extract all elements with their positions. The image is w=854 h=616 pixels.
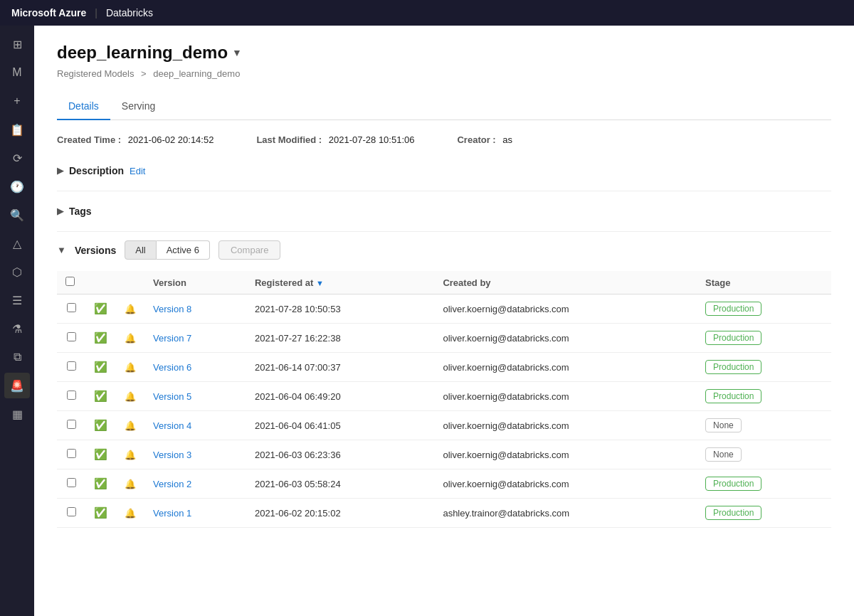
notebook-icon[interactable]: 📋	[4, 117, 30, 142]
bell-icon[interactable]: 🔔	[125, 479, 136, 489]
modified-label: Last Modified :	[256, 134, 322, 145]
stack-icon[interactable]: ⧉	[4, 344, 30, 370]
bell-icon-7[interactable]: 🔔	[116, 499, 144, 528]
description-label: Description	[69, 165, 124, 176]
created-label: Created Time :	[57, 134, 121, 145]
bell-icon[interactable]: 🔔	[125, 304, 136, 314]
filter-all-btn[interactable]: All	[125, 240, 156, 260]
model-icon[interactable]: M	[4, 60, 30, 85]
tags-label: Tags	[69, 206, 92, 217]
row-checkbox-5[interactable]	[67, 449, 76, 458]
version-link-4[interactable]: Version 4	[153, 420, 191, 431]
bell-icon[interactable]: 🔔	[125, 362, 136, 373]
versions-toggle[interactable]: ▼	[57, 245, 66, 255]
status-icon-2: ✅	[85, 353, 116, 382]
registered-at-2: 2021-06-14 07:00:37	[246, 353, 434, 382]
registered-at-1: 2021-07-27 16:22:38	[246, 324, 434, 353]
breadcrumb-sep: >	[141, 68, 147, 79]
registered-at-7: 2021-06-02 20:15:02	[246, 499, 434, 528]
bell-icon-5[interactable]: 🔔	[116, 440, 144, 469]
compare-button[interactable]: Compare	[218, 240, 280, 260]
chart-icon[interactable]: △	[4, 230, 30, 256]
stage-badge-1: Production	[705, 331, 761, 345]
row-checkbox-1[interactable]	[67, 332, 76, 341]
layers-icon[interactable]: ⊞	[4, 31, 30, 57]
description-toggle: ▶	[57, 166, 63, 176]
bell-icon[interactable]: 🔔	[125, 391, 136, 402]
breadcrumb-parent[interactable]: Registered Models	[57, 68, 134, 79]
list-icon[interactable]: ☰	[4, 287, 30, 313]
description-header[interactable]: ▶ Description Edit	[57, 159, 831, 182]
plus-icon[interactable]: +	[4, 88, 30, 114]
bell-icon-4[interactable]: 🔔	[116, 411, 144, 440]
bell-icon-6[interactable]: 🔔	[116, 469, 144, 499]
check-icon: ✅	[94, 506, 107, 519]
created-by-2: oliver.koernig@databricks.com	[434, 353, 697, 382]
workflow-icon[interactable]: ⟳	[4, 145, 30, 171]
row-checkbox-6[interactable]	[67, 478, 76, 487]
search-icon[interactable]: 🔍	[4, 202, 30, 228]
created-by-1: oliver.koernig@databricks.com	[434, 324, 697, 353]
registered-at-5: 2021-06-03 06:23:36	[246, 440, 434, 469]
version-link-2[interactable]: Version 6	[153, 362, 191, 373]
grid-icon[interactable]: ▦	[4, 401, 30, 427]
filter-active-btn[interactable]: Active 6	[157, 240, 210, 260]
cluster-icon[interactable]: ⬡	[4, 259, 30, 285]
stage-badge-4: None	[705, 418, 742, 432]
creator-value: as	[502, 134, 512, 145]
stage-badge-2: Production	[705, 360, 761, 374]
registered-at-3: 2021-06-04 06:49:20	[246, 382, 434, 411]
topbar-brand: Microsoft Azure	[11, 7, 86, 18]
version-link-5[interactable]: Version 3	[153, 450, 191, 460]
clock-icon[interactable]: 🕐	[4, 174, 30, 199]
flask-icon[interactable]: ⚗	[4, 316, 30, 341]
check-icon: ✅	[94, 419, 107, 431]
status-icon-1: ✅	[85, 324, 116, 353]
select-all-checkbox[interactable]	[65, 277, 75, 286]
col-bell	[116, 271, 144, 294]
bell-icon[interactable]: 🔔	[125, 333, 136, 344]
bell-icon-2[interactable]: 🔔	[116, 353, 144, 382]
tab-serving[interactable]: Serving	[110, 93, 167, 120]
version-link-7[interactable]: Version 1	[153, 508, 191, 519]
bell-icon[interactable]: 🔔	[125, 508, 136, 519]
row-checkbox-4[interactable]	[67, 420, 76, 429]
main-content: deep_learning_demo ▼ Registered Models >…	[34, 26, 854, 616]
tab-details[interactable]: Details	[57, 93, 110, 120]
alert-icon[interactable]: 🚨	[4, 373, 30, 398]
status-icon-4: ✅	[85, 411, 116, 440]
row-checkbox-7[interactable]	[67, 507, 76, 516]
version-link-0[interactable]: Version 8	[153, 304, 191, 314]
check-icon: ✅	[94, 390, 107, 402]
bell-icon-1[interactable]: 🔔	[116, 324, 144, 353]
registered-at-6: 2021-06-03 05:58:24	[246, 469, 434, 499]
stage-badge-5: None	[705, 447, 742, 462]
table-row: ✅🔔Version 32021-06-03 06:23:36oliver.koe…	[57, 440, 831, 469]
sidebar: ⊞M+📋⟳🕐🔍△⬡☰⚗⧉🚨▦	[0, 26, 34, 616]
edit-link[interactable]: Edit	[130, 166, 145, 176]
col-version: Version	[144, 271, 246, 294]
created-by-6: oliver.koernig@databricks.com	[434, 469, 697, 499]
check-icon: ✅	[94, 448, 107, 460]
bell-icon[interactable]: 🔔	[125, 420, 136, 431]
row-checkbox-0[interactable]	[67, 303, 76, 312]
bell-icon-3[interactable]: 🔔	[116, 382, 144, 411]
col-registered-at[interactable]: Registered at ▼	[246, 271, 434, 294]
created-by-3: oliver.koernig@databricks.com	[434, 382, 697, 411]
stage-badge-7: Production	[705, 506, 761, 520]
bell-icon-0[interactable]: 🔔	[116, 294, 144, 324]
title-chevron[interactable]: ▼	[232, 47, 242, 58]
row-checkbox-2[interactable]	[67, 361, 76, 371]
bell-icon[interactable]: 🔔	[125, 450, 136, 460]
table-row: ✅🔔Version 42021-06-04 06:41:05oliver.koe…	[57, 411, 831, 440]
row-checkbox-3[interactable]	[67, 391, 76, 400]
topbar-sub: Databricks	[106, 7, 153, 18]
versions-table: Version Registered at ▼ Created by Stage…	[57, 271, 831, 528]
version-link-6[interactable]: Version 2	[153, 479, 191, 489]
tags-header[interactable]: ▶ Tags	[57, 200, 831, 223]
created-by-5: oliver.koernig@databricks.com	[434, 440, 697, 469]
creator-label: Creator :	[457, 134, 495, 145]
version-link-3[interactable]: Version 5	[153, 391, 191, 402]
version-link-1[interactable]: Version 7	[153, 333, 191, 344]
versions-title: Versions	[75, 245, 116, 256]
